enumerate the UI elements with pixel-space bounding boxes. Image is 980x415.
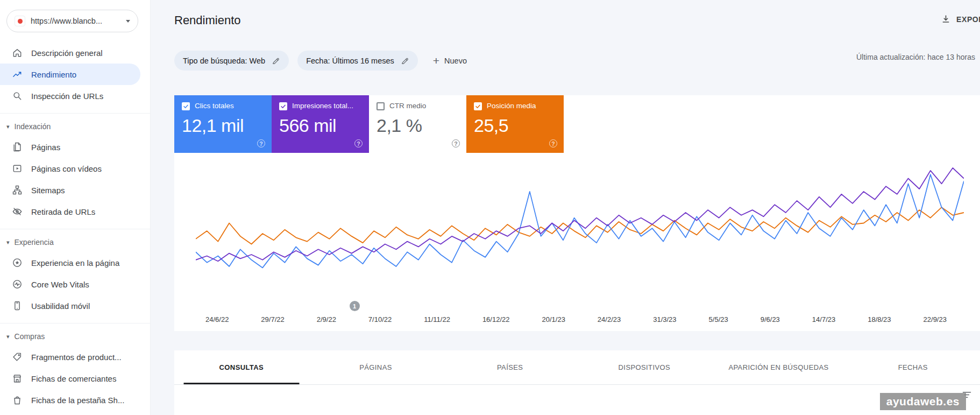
sidebar-item-mobile-usability[interactable]: Usabilidad móvil	[0, 295, 140, 316]
main-header: Rendimiento EXPORTAR	[151, 0, 980, 41]
x-axis-labels: 24/6/2229/7/222/9/227/10/2211/11/2216/12…	[205, 315, 947, 323]
tab-aparicion-en-busquedas[interactable]: APARICIÓN EN BÚSQUEDAS	[712, 350, 846, 384]
last-update-text: Última actualización: hace 13 horas	[856, 53, 975, 61]
sidebar-item-label: Páginas	[31, 143, 60, 152]
checkbox-icon[interactable]	[182, 102, 190, 110]
merchant-listings-icon	[12, 373, 23, 384]
x-tick-label: 2/9/22	[317, 315, 336, 323]
sidebar-item-performance[interactable]: Rendimiento	[0, 64, 140, 85]
product-snippets-icon	[12, 351, 23, 362]
tab-label: FECHAS	[898, 363, 928, 371]
section-header-experience[interactable]: ▾ Experiencia	[0, 233, 150, 252]
x-tick-label: 16/12/22	[482, 315, 510, 323]
new-filter-button[interactable]: + Nuevo	[433, 55, 467, 66]
metric-value: 12,1 mil	[182, 115, 264, 136]
sidebar-item-label: Descripción general	[31, 48, 103, 58]
sidebar-item-label: Core Web Vitals	[31, 280, 89, 289]
property-url: https://www.blancb...	[31, 17, 120, 25]
sidebar-item-video-pages[interactable]: Páginas con vídeos	[0, 158, 140, 179]
sidebar-section-shopping: ▾ Compras Fragmentos de product... Ficha…	[0, 323, 150, 415]
export-label: EXPORTAR	[956, 15, 980, 24]
export-button[interactable]: EXPORTAR	[941, 14, 980, 24]
help-icon[interactable]: ?	[549, 139, 557, 147]
metric-value: 25,5	[474, 115, 556, 136]
sidebar-item-label: Fichas de la pestaña Sh...	[31, 396, 124, 405]
sidebar-item-url-removals[interactable]: Retirada de URLs	[0, 201, 140, 222]
new-filter-label: Nuevo	[444, 57, 467, 65]
x-tick-label: 11/11/22	[424, 315, 450, 323]
metric-label-row: Clics totales	[182, 102, 264, 110]
sidebar-item-page-experience[interactable]: Experiencia en la página	[0, 252, 140, 273]
chip-label: Fecha: Últimos 16 meses	[306, 57, 394, 65]
x-tick-label: 18/8/23	[868, 315, 891, 323]
section-header-indexing[interactable]: ▾ Indexación	[0, 117, 150, 136]
video-pages-icon	[12, 163, 23, 174]
tab-dispositivos[interactable]: DISPOSITIVOS	[577, 350, 712, 384]
chip-label: Tipo de búsqueda: Web	[183, 57, 265, 65]
sidebar-item-label: Páginas con vídeos	[31, 164, 102, 173]
annotation-marker[interactable]: 1	[350, 301, 360, 311]
x-tick-label: 20/1/23	[542, 315, 565, 323]
sidebar-item-core-web-vitals[interactable]: Core Web Vitals	[0, 273, 140, 295]
help-icon[interactable]: ?	[354, 139, 363, 147]
sidebar-item-product-snippets[interactable]: Fragmentos de product...	[0, 346, 140, 368]
checkbox-icon[interactable]	[279, 102, 287, 110]
metric-value: 566 mil	[279, 115, 361, 136]
performance-icon	[12, 69, 23, 80]
section-header-shopping[interactable]: ▾ Compras	[0, 327, 150, 346]
metric-label: CTR medio	[389, 102, 426, 110]
metric-label: Clics totales	[195, 102, 234, 110]
metric-card-avg-ctr[interactable]: CTR medio 2,1 % ?	[369, 95, 466, 153]
pages-icon	[12, 142, 23, 152]
x-tick-label: 24/6/22	[205, 315, 229, 323]
x-tick-label: 29/7/22	[261, 315, 284, 323]
tab-consultas[interactable]: CONSULTAS	[174, 350, 309, 384]
tab-paises[interactable]: PAÍSES	[443, 350, 577, 384]
tab-fechas[interactable]: FECHAS	[846, 350, 980, 384]
sidebar-item-sitemaps[interactable]: Sitemaps	[0, 179, 140, 201]
sidebar-item-label: Usabilidad móvil	[31, 301, 90, 311]
tab-label: CONSULTAS	[219, 363, 264, 371]
sidebar-item-label: Retirada de URLs	[31, 207, 95, 216]
help-icon[interactable]: ?	[257, 139, 265, 147]
date-filter-chip[interactable]: Fecha: Últimos 16 meses	[297, 51, 418, 71]
search-type-filter-chip[interactable]: Tipo de búsqueda: Web	[174, 51, 289, 71]
x-tick-label: 22/9/23	[924, 315, 947, 323]
site-favicon-icon	[15, 16, 25, 26]
sidebar-item-url-inspection[interactable]: Inspección de URLs	[0, 85, 140, 107]
x-tick-label: 24/2/23	[598, 315, 621, 323]
sidebar-item-merchant-listings[interactable]: Fichas de comerciantes	[0, 368, 140, 389]
sidebar-item-shopping-tab[interactable]: Fichas de la pestaña Sh...	[0, 389, 140, 411]
page-experience-icon	[12, 257, 23, 268]
metric-card-avg-position[interactable]: Posición media 25,5 ?	[466, 95, 564, 153]
dimensions-panel: CONSULTAS PÁGINAS PAÍSES DISPOSITIVOS AP…	[174, 350, 980, 415]
help-icon[interactable]: ?	[452, 139, 460, 147]
tab-paginas[interactable]: PÁGINAS	[309, 350, 443, 384]
edit-pencil-icon	[401, 57, 409, 65]
url-removals-icon	[12, 206, 23, 217]
chart-area[interactable]: 1	[196, 164, 964, 304]
table-controls	[174, 385, 980, 400]
metric-card-total-impressions[interactable]: Impresiones total... 566 mil ?	[272, 95, 369, 153]
sidebar-item-pages[interactable]: Páginas	[0, 136, 140, 158]
sidebar-item-label: Sitemaps	[31, 186, 65, 195]
checkbox-icon[interactable]	[377, 102, 385, 110]
x-tick-label: 14/7/23	[812, 315, 835, 323]
metric-card-total-clicks[interactable]: Clics totales 12,1 mil ?	[174, 95, 272, 153]
sitemaps-icon	[12, 185, 23, 195]
property-selector[interactable]: https://www.blancb...	[6, 10, 138, 32]
dimension-tabs: CONSULTAS PÁGINAS PAÍSES DISPOSITIVOS AP…	[174, 350, 980, 385]
checkbox-icon[interactable]	[474, 102, 482, 110]
tab-label: APARICIÓN EN BÚSQUEDAS	[728, 363, 828, 371]
page-title: Rendimiento	[174, 13, 241, 27]
edit-pencil-icon	[272, 57, 280, 65]
metric-label-row: Posición media	[474, 102, 556, 110]
x-tick-label: 5/5/23	[709, 315, 728, 323]
sidebar-item-label: Experiencia en la página	[31, 258, 119, 268]
shopping-tab-icon	[12, 395, 23, 405]
x-tick-label: 31/3/23	[653, 315, 676, 323]
main-content: Rendimiento EXPORTAR Tipo de búsqueda: W…	[151, 0, 980, 415]
tab-label: PÁGINAS	[359, 363, 392, 371]
sidebar-item-overview[interactable]: Descripción general	[0, 42, 140, 64]
metric-value: 2,1 %	[377, 115, 459, 136]
